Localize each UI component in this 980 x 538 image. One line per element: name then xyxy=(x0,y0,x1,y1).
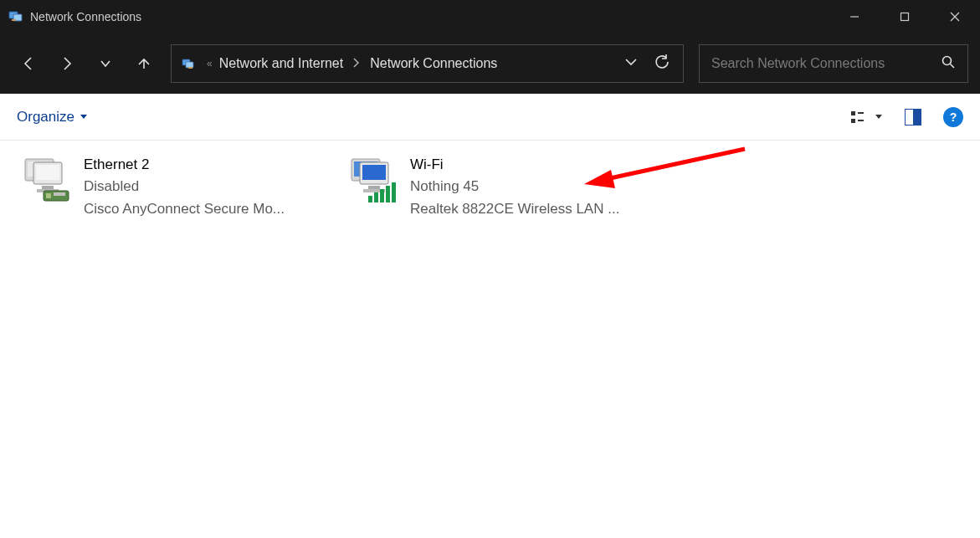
svg-rect-32 xyxy=(374,192,378,202)
wifi-adapter-icon xyxy=(345,154,400,206)
breadcrumb-overflow-icon[interactable]: « xyxy=(207,58,213,69)
maximize-button[interactable] xyxy=(880,0,930,33)
adapter-description: Realtek 8822CE Wireless LAN ... xyxy=(410,198,619,220)
svg-rect-31 xyxy=(368,196,372,202)
search-box[interactable] xyxy=(699,44,968,83)
window-title: Network Connections xyxy=(30,10,141,23)
svg-rect-29 xyxy=(368,186,380,189)
forward-button[interactable] xyxy=(50,47,84,80)
help-button[interactable]: ? xyxy=(943,107,963,127)
svg-rect-9 xyxy=(188,67,192,69)
adapter-description: Cisco AnyConnect Secure Mo... xyxy=(84,198,285,220)
svg-rect-2 xyxy=(12,19,16,21)
svg-rect-20 xyxy=(42,186,54,189)
adapter-name: Wi-Fi xyxy=(410,154,619,176)
svg-rect-19 xyxy=(36,165,59,180)
svg-rect-28 xyxy=(362,165,386,180)
address-bar[interactable]: « Network and Internet Network Connectio… xyxy=(171,44,684,83)
adapter-status: Disabled xyxy=(84,176,285,197)
svg-rect-4 xyxy=(901,13,909,21)
address-dropdown[interactable] xyxy=(624,55,638,72)
chevron-down-icon xyxy=(80,113,88,121)
svg-rect-35 xyxy=(392,182,396,202)
organize-dropdown[interactable]: Organize xyxy=(17,109,88,126)
ethernet-adapter-icon xyxy=(18,154,74,206)
view-options-dropdown[interactable] xyxy=(849,109,883,126)
history-dropdown[interactable] xyxy=(89,47,122,80)
svg-rect-33 xyxy=(380,189,384,202)
help-icon: ? xyxy=(950,110,957,124)
svg-point-10 xyxy=(943,57,952,65)
adapter-name: Ethernet 2 xyxy=(84,154,285,176)
up-button[interactable] xyxy=(127,47,161,80)
svg-rect-8 xyxy=(186,62,193,68)
close-button[interactable] xyxy=(930,0,980,33)
adapter-status: Nothing 45 xyxy=(410,176,619,197)
chevron-down-icon xyxy=(875,113,883,121)
address-folder-icon xyxy=(180,54,198,73)
minimize-button[interactable] xyxy=(829,0,880,33)
navigation-bar: « Network and Internet Network Connectio… xyxy=(0,33,980,94)
breadcrumb-item[interactable]: Network and Internet xyxy=(219,56,344,71)
network-connections-app-icon xyxy=(8,9,23,24)
svg-line-11 xyxy=(951,64,955,69)
chevron-right-icon xyxy=(353,56,360,71)
command-toolbar: Organize ? xyxy=(0,94,980,141)
refresh-button[interactable] xyxy=(654,54,670,73)
adapter-ethernet2[interactable]: Ethernet 2 Disabled Cisco AnyConnect Sec… xyxy=(17,152,310,222)
svg-rect-34 xyxy=(386,186,390,202)
adapters-view: Ethernet 2 Disabled Cisco AnyConnect Sec… xyxy=(0,141,980,233)
search-input[interactable] xyxy=(711,56,941,71)
toggle-preview-pane[interactable] xyxy=(905,109,921,126)
search-icon[interactable] xyxy=(941,54,956,73)
window-titlebar: Network Connections xyxy=(0,0,980,33)
svg-rect-13 xyxy=(851,119,855,123)
back-button[interactable] xyxy=(12,47,45,80)
view-tiles-icon xyxy=(849,109,866,126)
svg-rect-12 xyxy=(851,111,855,115)
organize-label: Organize xyxy=(17,109,74,126)
breadcrumb-item[interactable]: Network Connections xyxy=(370,56,497,71)
svg-rect-24 xyxy=(54,192,65,196)
adapter-wifi[interactable]: Wi-Fi Nothing 45 Realtek 8822CE Wireless… xyxy=(343,152,636,222)
svg-rect-23 xyxy=(46,193,51,198)
